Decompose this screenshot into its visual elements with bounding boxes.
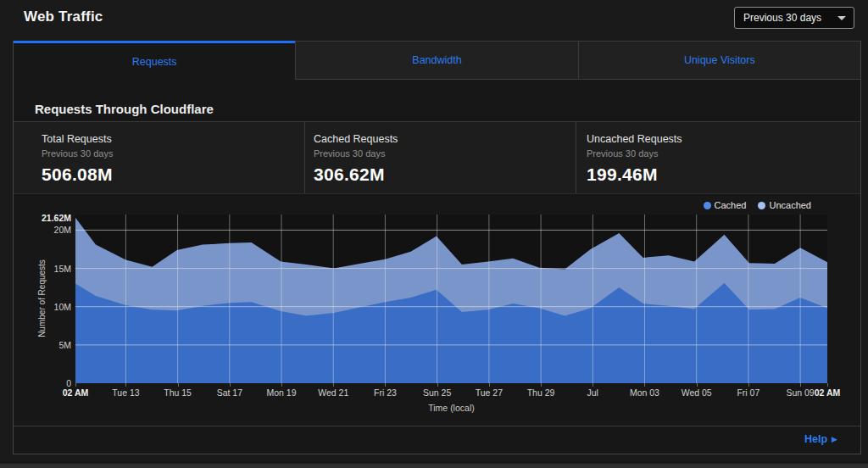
- stat-label: Uncached Requests: [587, 133, 860, 145]
- tab-requests-label: Requests: [132, 56, 177, 68]
- stat-total-requests: Total Requests Previous 30 days 506.08M: [14, 122, 304, 193]
- uncached-dot-icon: [758, 202, 765, 209]
- y-axis-labels: 21.62M20M15M10M5M0: [14, 214, 71, 383]
- stat-uncached-requests: Uncached Requests Previous 30 days 199.4…: [576, 122, 860, 193]
- legend-label: Cached: [715, 200, 747, 210]
- stat-label: Cached Requests: [314, 133, 576, 145]
- y-tick-label: 10M: [14, 302, 71, 312]
- x-tick-label: Thu 29: [527, 387, 555, 398]
- x-tick-label: Thu 15: [164, 387, 192, 398]
- x-tick-label: Mon 03: [630, 387, 659, 398]
- help-label: Help: [804, 433, 827, 445]
- section-heading: Requests Through Cloudflare: [35, 102, 860, 117]
- x-tick-mark: [593, 383, 593, 387]
- date-range-value: Previous 30 days: [743, 12, 821, 24]
- page-title: Web Traffic: [24, 8, 103, 25]
- x-tick-label: 02 AM: [815, 387, 841, 398]
- traffic-area-chart: [75, 214, 827, 383]
- chart-legend: Cached Uncached: [704, 200, 811, 210]
- stat-period: Previous 30 days: [587, 148, 860, 159]
- x-tick-label: Tue 13: [112, 387, 139, 398]
- stat-value: 506.08M: [42, 164, 304, 185]
- x-tick-label: Jul: [587, 387, 598, 398]
- x-tick-mark: [230, 383, 231, 387]
- web-traffic-panel: Requests Bandwidth Unique Visitors Reque…: [13, 41, 861, 454]
- x-tick-mark: [437, 383, 438, 387]
- stat-period: Previous 30 days: [42, 148, 304, 159]
- stats-row: Total Requests Previous 30 days 506.08M …: [14, 121, 860, 194]
- cached-dot-icon: [704, 202, 711, 209]
- tab-unique-visitors-label: Unique Visitors: [684, 54, 755, 66]
- x-tick-label: Tue 27: [476, 387, 503, 398]
- x-tick-label: Sun 25: [423, 387, 451, 398]
- x-tick-mark: [385, 383, 386, 387]
- page-header: Web Traffic Previous 30 days: [0, 0, 868, 41]
- x-tick-label: Fri 07: [737, 387, 760, 398]
- x-axis-labels: 02 AMTue 13Thu 15Sat 17Mon 19Wed 21Fri 2…: [75, 387, 827, 399]
- legend-item-cached[interactable]: Cached: [704, 200, 747, 210]
- y-tick-label: 15M: [14, 264, 71, 274]
- tab-unique-visitors[interactable]: Unique Visitors: [578, 41, 860, 80]
- tab-bandwidth[interactable]: Bandwidth: [295, 41, 577, 80]
- x-tick-label: 02 AM: [63, 387, 89, 398]
- y-tick-label: 20M: [14, 225, 71, 235]
- x-tick-mark: [697, 383, 698, 387]
- legend-item-uncached[interactable]: Uncached: [758, 200, 811, 210]
- stat-value: 306.62M: [314, 164, 576, 185]
- x-tick-mark: [827, 383, 828, 387]
- chevron-down-icon: [837, 16, 846, 20]
- x-tick-mark: [333, 383, 334, 387]
- x-tick-mark: [541, 383, 542, 387]
- y-tick-label: 21.62M: [14, 213, 71, 223]
- legend-label: Uncached: [769, 200, 811, 210]
- chart-areas: [75, 214, 827, 383]
- x-tick-label: Fri 23: [374, 387, 397, 398]
- tab-requests[interactable]: Requests: [14, 41, 295, 80]
- tab-bar: Requests Bandwidth Unique Visitors: [14, 41, 860, 80]
- x-tick-mark: [281, 383, 282, 387]
- y-tick-label: 5M: [14, 340, 71, 350]
- stat-label: Total Requests: [42, 133, 304, 145]
- stat-cached-requests: Cached Requests Previous 30 days 306.62M: [304, 122, 576, 193]
- window-bottom-edge: [0, 464, 868, 468]
- stat-value: 199.46M: [587, 164, 860, 185]
- x-tick-mark: [75, 383, 76, 387]
- help-link[interactable]: Help ▶: [804, 433, 837, 445]
- x-tick-mark: [125, 383, 126, 387]
- x-tick-mark: [644, 383, 645, 387]
- x-tick-mark: [748, 383, 749, 387]
- x-axis-title: Time (local): [75, 403, 827, 413]
- x-tick-mark: [489, 383, 490, 387]
- panel-footer: Help ▶: [14, 426, 860, 454]
- x-tick-mark: [800, 383, 801, 387]
- help-arrow-icon: ▶: [832, 436, 837, 443]
- x-tick-label: Mon 19: [267, 387, 297, 398]
- x-tick-mark: [178, 383, 179, 387]
- tab-bandwidth-label: Bandwidth: [412, 54, 461, 66]
- x-tick-label: Wed 05: [682, 387, 712, 398]
- date-range-selector[interactable]: Previous 30 days: [734, 7, 854, 29]
- stat-period: Previous 30 days: [314, 148, 576, 159]
- x-tick-label: Wed 21: [318, 387, 348, 398]
- x-tick-label: Sun 09: [786, 387, 814, 398]
- x-tick-label: Sat 17: [217, 387, 242, 398]
